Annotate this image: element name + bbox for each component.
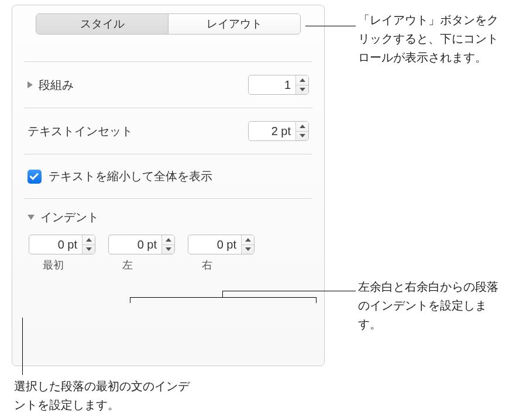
- bracket-tick: [222, 291, 223, 297]
- indent-header: インデント: [27, 209, 309, 225]
- stepper-down-icon[interactable]: [162, 245, 174, 254]
- indent-left-field[interactable]: [108, 235, 175, 254]
- format-panel: スタイル レイアウト 段組み テキストインセット: [12, 5, 325, 366]
- columns-field[interactable]: [248, 75, 309, 95]
- callout-line: [305, 26, 356, 26]
- callout-bracket: [130, 297, 316, 298]
- stepper-up-icon[interactable]: [296, 75, 308, 85]
- indent-right-input[interactable]: [188, 238, 241, 252]
- callout-first-line: 選択した段落の最初の文のインデントを設定します。: [14, 377, 195, 414]
- indent-left-label: 左: [108, 258, 175, 272]
- chevron-down-icon[interactable]: [27, 215, 35, 220]
- callout-margins: 左余白と右余白からの段落のインデントを設定します。: [358, 277, 498, 333]
- indent-first-stepper[interactable]: [82, 235, 95, 254]
- shrink-text-label: テキストを縮小して全体を表示: [49, 168, 212, 184]
- indent-first-label: 最初: [29, 258, 95, 272]
- tab-style[interactable]: スタイル: [36, 14, 168, 34]
- callout-line: [222, 291, 356, 291]
- chevron-right-icon[interactable]: [27, 81, 33, 88]
- text-inset-row: テキストインセット: [12, 108, 324, 154]
- indent-section: インデント 最初: [12, 199, 324, 272]
- columns-row: 段組み: [12, 62, 324, 108]
- indent-right-field[interactable]: [188, 235, 254, 254]
- indent-right-stepper[interactable]: [241, 235, 254, 254]
- indent-right-group: 右: [188, 235, 254, 272]
- callout-layout-button: 「レイアウト」ボタンをクリックすると、下にコントロールが表示されます。: [358, 11, 498, 67]
- stepper-down-icon[interactable]: [242, 245, 254, 254]
- stepper-down-icon[interactable]: [296, 132, 308, 141]
- checkmark-icon: [30, 171, 39, 180]
- tab-layout-label: レイアウト: [207, 16, 262, 32]
- indent-first-group: 最初: [29, 235, 95, 272]
- stepper-up-icon[interactable]: [162, 235, 174, 245]
- bracket-tick: [316, 297, 317, 303]
- stepper-down-icon[interactable]: [296, 85, 308, 95]
- indent-first-field[interactable]: [29, 235, 95, 254]
- stepper-up-icon[interactable]: [82, 235, 95, 245]
- indent-left-input[interactable]: [109, 238, 161, 252]
- tab-layout[interactable]: レイアウト: [168, 14, 300, 34]
- callout-line: [22, 318, 23, 375]
- columns-input[interactable]: [249, 78, 295, 92]
- tab-style-label: スタイル: [80, 16, 125, 32]
- indent-first-input[interactable]: [29, 238, 82, 252]
- text-inset-stepper[interactable]: [295, 122, 308, 140]
- columns-stepper[interactable]: [295, 75, 308, 94]
- shrink-text-checkbox[interactable]: [27, 170, 42, 184]
- indent-left-stepper[interactable]: [161, 235, 174, 254]
- text-inset-field[interactable]: [248, 121, 309, 141]
- indent-label: インデント: [40, 209, 99, 225]
- indent-right-label: 右: [188, 258, 254, 272]
- shrink-text-row: テキストを縮小して全体を表示: [12, 154, 324, 198]
- text-inset-label: テキストインセット: [27, 123, 133, 139]
- text-inset-input[interactable]: [249, 125, 295, 138]
- stepper-up-icon[interactable]: [242, 235, 254, 245]
- stepper-up-icon[interactable]: [296, 122, 308, 132]
- indent-fields: 最初 左: [27, 235, 309, 272]
- columns-label: 段組み: [39, 77, 74, 93]
- bracket-tick: [130, 297, 130, 303]
- tab-bar: スタイル レイアウト: [36, 13, 301, 35]
- indent-left-group: 左: [108, 235, 175, 272]
- stepper-down-icon[interactable]: [82, 245, 95, 254]
